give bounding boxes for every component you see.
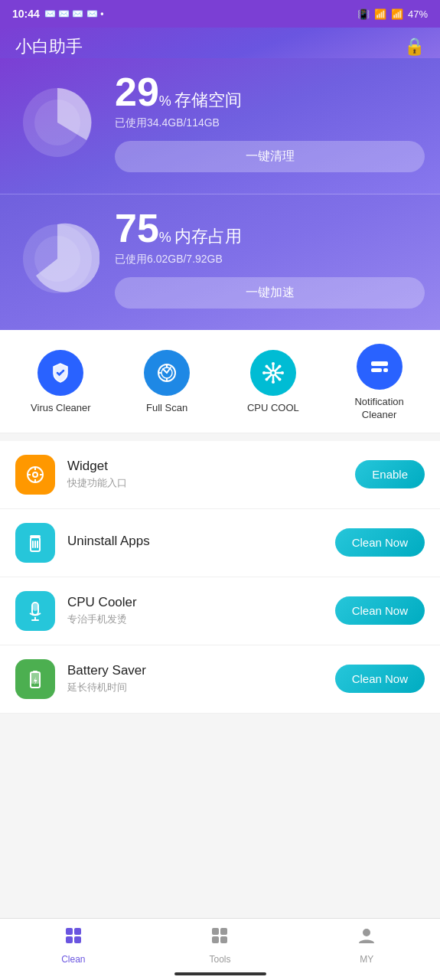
tools-nav-label: Tools — [209, 954, 230, 965]
my-nav-icon — [356, 925, 377, 951]
status-bar: 10:44 ✉️ ✉️ ✉️ ✉️ • 📳 📶 📶 47% — [0, 0, 440, 28]
notification-cleaner-label: Notification Cleaner — [337, 396, 422, 422]
storage-pie-chart — [15, 80, 99, 165]
app-title: 小白助手 — [15, 35, 83, 58]
memory-label: 内存占用 — [174, 227, 242, 246]
memory-pie-chart — [15, 217, 99, 301]
cpu-cooler-text: CPU Cooler 专治手机发烫 — [67, 595, 323, 626]
svg-point-3 — [34, 236, 80, 282]
svg-point-16 — [272, 362, 275, 365]
storage-used-text: 已使用34.4GB/114GB — [115, 116, 425, 130]
vibrate-icon: 📳 — [357, 8, 370, 20]
storage-label: 存储空间 — [174, 90, 242, 109]
svg-rect-48 — [66, 936, 73, 943]
memory-percent-unit: % — [159, 230, 171, 245]
svg-point-18 — [262, 371, 266, 374]
svg-rect-44 — [33, 671, 37, 673]
clean-nav-label: Clean — [61, 954, 85, 965]
svg-rect-26 — [383, 368, 388, 372]
widget-title: Widget — [67, 459, 343, 474]
virus-cleaner-icon — [37, 350, 83, 396]
time-display: 10:44 — [12, 8, 40, 20]
cpu-cooler-title: CPU Cooler — [67, 595, 323, 610]
widget-icon — [15, 455, 55, 495]
memory-action-btn[interactable]: 一键加速 — [115, 277, 425, 309]
cpu-cool-label: CPU COOL — [247, 402, 299, 415]
tools-nav-icon — [209, 925, 230, 951]
nav-item-my[interactable]: MY — [336, 925, 397, 965]
svg-point-29 — [34, 473, 37, 476]
svg-point-15 — [272, 371, 275, 374]
nav-item-tools[interactable]: Tools — [189, 925, 250, 965]
svg-rect-47 — [74, 928, 81, 935]
svg-rect-49 — [74, 936, 81, 943]
uninstall-apps-text: Uninstall Apps — [67, 534, 323, 551]
battery-saver-title: Battery Saver — [67, 663, 323, 678]
list-section: Widget 快捷功能入口 Enable Uninstall Apps Cle — [0, 441, 440, 714]
uninstall-apps-clean-btn[interactable]: Clean Now — [335, 528, 425, 557]
full-scan-icon — [144, 350, 190, 396]
status-right: 📳 📶 📶 47% — [357, 8, 428, 20]
widget-enable-btn[interactable]: Enable — [355, 460, 425, 488]
nav-item-clean[interactable]: Clean — [43, 925, 104, 965]
svg-rect-46 — [66, 928, 73, 935]
clean-nav-icon — [63, 925, 84, 951]
storage-action-btn[interactable]: 一键清理 — [115, 141, 425, 172]
action-item-virus-cleaner[interactable]: Virus Cleaner — [18, 350, 103, 415]
storage-percent-unit: % — [159, 93, 171, 109]
svg-rect-52 — [212, 936, 219, 943]
battery-display: 47% — [408, 8, 428, 20]
quick-actions: Virus Cleaner Full Scan — [0, 330, 440, 433]
memory-used-text: 已使用6.02GB/7.92GB — [115, 253, 425, 266]
status-time: 10:44 ✉️ ✉️ ✉️ ✉️ • — [12, 8, 103, 20]
full-scan-label: Full Scan — [146, 402, 187, 415]
svg-rect-25 — [371, 368, 382, 372]
email-icons: ✉️ ✉️ ✉️ ✉️ • — [44, 8, 104, 19]
list-item-widget: Widget 快捷功能入口 Enable — [0, 441, 440, 509]
lock-icon[interactable]: 🔒 — [404, 37, 425, 57]
app-header: 小白助手 🔒 — [0, 28, 440, 58]
cpu-cooler-clean-btn[interactable]: Clean Now — [335, 596, 425, 625]
action-item-notification-cleaner[interactable]: Notification Cleaner — [337, 344, 422, 422]
uninstall-apps-icon — [15, 523, 55, 563]
widget-subtitle: 快捷功能入口 — [67, 476, 343, 490]
svg-rect-40 — [33, 603, 37, 611]
svg-point-4 — [60, 372, 61, 374]
my-nav-label: MY — [360, 954, 373, 965]
storage-section: 29% 存储空间 已使用34.4GB/114GB 一键清理 — [0, 58, 440, 194]
svg-point-21 — [278, 378, 281, 381]
action-item-full-scan[interactable]: Full Scan — [125, 350, 209, 415]
svg-point-22 — [278, 365, 281, 368]
memory-info: 75% 内存占用 已使用6.02GB/7.92GB 一键加速 — [115, 208, 425, 309]
home-indicator — [174, 972, 266, 975]
cpu-cooler-subtitle: 专治手机发烫 — [67, 612, 323, 626]
svg-point-1 — [34, 100, 80, 145]
signal-icon: 📶 — [391, 8, 403, 20]
storage-percent: 29 — [115, 70, 159, 114]
widget-text: Widget 快捷功能入口 — [67, 459, 343, 490]
cpu-cool-icon — [250, 350, 296, 396]
svg-rect-24 — [371, 361, 388, 366]
svg-rect-50 — [212, 928, 219, 935]
svg-point-19 — [281, 371, 284, 374]
svg-rect-51 — [220, 928, 227, 935]
battery-saver-clean-btn[interactable]: Clean Now — [335, 665, 425, 693]
list-item-uninstall-apps: Uninstall Apps Clean Now — [0, 509, 440, 577]
bottom-nav: Clean Tools MY — [0, 918, 440, 980]
list-item-cpu-cooler: CPU Cooler 专治手机发烫 Clean Now — [0, 577, 440, 645]
battery-saver-text: Battery Saver 延长待机时间 — [67, 663, 323, 694]
list-item-battery-saver: Battery Saver 延长待机时间 Clean Now — [0, 645, 440, 714]
uninstall-apps-title: Uninstall Apps — [67, 534, 323, 549]
memory-section: 75% 内存占用 已使用6.02GB/7.92GB 一键加速 — [0, 194, 440, 330]
notification-cleaner-icon — [357, 344, 403, 390]
action-item-cpu-cool[interactable]: CPU COOL — [231, 350, 315, 415]
battery-saver-subtitle: 延长待机时间 — [67, 681, 323, 694]
memory-percent: 75 — [115, 206, 159, 250]
svg-point-20 — [265, 365, 268, 368]
svg-rect-53 — [220, 936, 227, 943]
svg-point-54 — [363, 929, 370, 936]
storage-info: 29% 存储空间 已使用34.4GB/114GB 一键清理 — [115, 72, 425, 172]
battery-saver-icon — [15, 659, 55, 699]
svg-point-23 — [265, 378, 268, 381]
wifi-icon: 📶 — [374, 8, 386, 20]
